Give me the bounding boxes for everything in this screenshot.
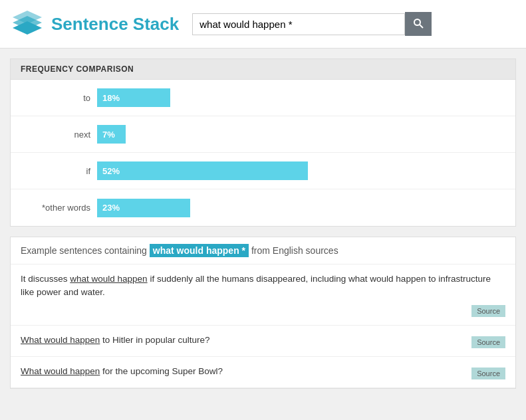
source-button-2[interactable]: Source <box>471 336 505 348</box>
search-area <box>192 12 516 36</box>
freq-bar-container-other: 23% <box>97 199 502 217</box>
search-input[interactable] <box>192 13 405 35</box>
search-icon <box>413 18 424 29</box>
freq-row-other: *other words 23% <box>11 189 515 226</box>
main-content: FREQUENCY COMPARISON to 18% next 7% if 5… <box>0 49 526 399</box>
example-header: Example sentences containing what would … <box>11 237 515 264</box>
example-source-label: from English sources <box>249 245 338 256</box>
freq-bar-next: 7% <box>97 125 126 144</box>
logo-icon <box>10 7 45 41</box>
example-content-1: It discusses what would happen if sudden… <box>21 272 505 300</box>
freq-label-next: next <box>24 130 97 140</box>
freq-bar-container-to: 18% <box>97 88 502 107</box>
example-item-1: It discusses what would happen if sudden… <box>11 264 515 326</box>
example-text-2: What would happen to Hitler in popular c… <box>21 335 209 345</box>
logo-text: Sentence Stack <box>51 14 179 35</box>
example-section: Example sentences containing what would … <box>10 237 516 389</box>
example-content-2: What would happen to Hitler in popular c… <box>21 334 471 347</box>
svg-point-3 <box>414 19 420 25</box>
freq-label-if: if <box>24 166 97 176</box>
example-underline-3: What would happen <box>21 366 100 376</box>
freq-bar-other: 23% <box>97 199 190 217</box>
freq-row-to: to 18% <box>11 80 515 116</box>
freq-bar-container-if: 52% <box>97 161 502 180</box>
header: Sentence Stack <box>0 0 526 49</box>
search-button[interactable] <box>405 12 432 36</box>
example-item-2: What would happen to Hitler in popular c… <box>11 326 515 357</box>
example-row-1: It discusses what would happen if sudden… <box>21 272 505 300</box>
example-row-2: What would happen to Hitler in popular c… <box>21 334 505 348</box>
source-button-1[interactable]: Source <box>471 305 505 317</box>
frequency-title: FREQUENCY COMPARISON <box>11 59 515 80</box>
example-header-text: Example sentences containing <box>21 245 150 256</box>
logo-area: Sentence Stack <box>10 7 179 41</box>
example-item-3: What would happen for the upcoming Super… <box>11 357 515 388</box>
svg-line-4 <box>420 25 423 28</box>
freq-row-if: if 52% <box>11 153 515 189</box>
freq-bar-to: 18% <box>97 88 170 107</box>
example-highlight: what would happen * <box>150 244 249 257</box>
freq-bar-if: 52% <box>97 161 308 180</box>
example-row-3: What would happen for the upcoming Super… <box>21 365 505 379</box>
freq-label-to: to <box>24 93 97 103</box>
example-text-1: It discusses what would happen if sudden… <box>21 274 491 297</box>
source-wrap-1: Source <box>21 302 505 317</box>
example-underline-1: what would happen <box>70 274 147 284</box>
source-button-3[interactable]: Source <box>471 368 505 379</box>
freq-label-other: *other words <box>24 203 97 213</box>
freq-bar-container-next: 7% <box>97 125 502 144</box>
example-underline-2: What would happen <box>21 335 100 345</box>
freq-row-next: next 7% <box>11 116 515 153</box>
example-text-3: What would happen for the upcoming Super… <box>21 366 223 376</box>
example-content-3: What would happen for the upcoming Super… <box>21 365 471 378</box>
frequency-section: FREQUENCY COMPARISON to 18% next 7% if 5… <box>10 58 516 227</box>
